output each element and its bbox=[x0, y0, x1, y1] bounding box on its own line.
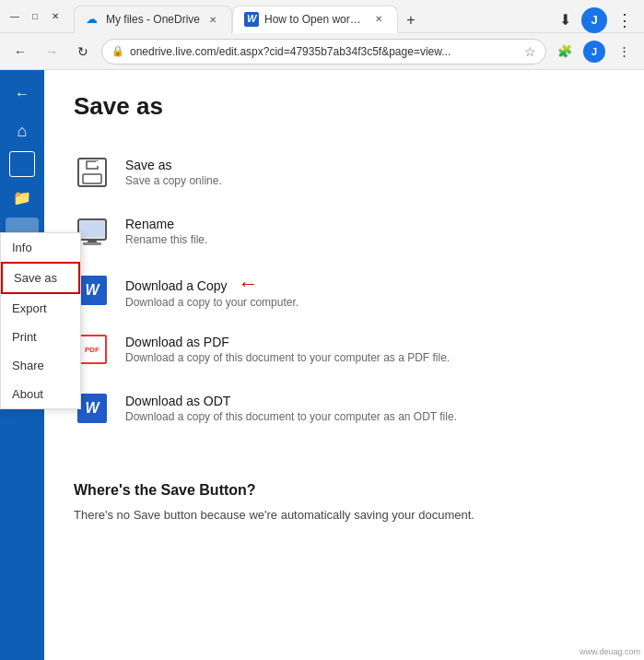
extensions-icon[interactable]: 🧩 bbox=[552, 39, 578, 65]
info-text: There's no Save button because we're aut… bbox=[74, 506, 615, 524]
option-save-as-text: Save as Save a copy online. bbox=[125, 158, 222, 187]
url-text: onedrive.live.com/edit.aspx?cid=47935b7a… bbox=[130, 45, 519, 58]
option-save-as-copy[interactable]: Save as Save a copy online. bbox=[74, 143, 615, 202]
forward-button[interactable]: → bbox=[39, 39, 64, 65]
back-button[interactable]: ← bbox=[7, 39, 33, 65]
sidebar-folder-button[interactable]: 📁 bbox=[6, 181, 39, 214]
main-content: Save as Save as Save a copy online. bbox=[44, 70, 644, 660]
option-pdf-desc: Download a copy of this document to your… bbox=[125, 351, 450, 364]
option-rename-text: Rename Rename this file. bbox=[125, 217, 207, 246]
menu-item-save-as[interactable]: Save as bbox=[1, 262, 80, 294]
menu-item-share[interactable]: Share bbox=[1, 351, 80, 380]
info-section: Where's the Save Button? There's no Save… bbox=[74, 467, 615, 524]
tab-word[interactable]: W How to Open word without... ✕ bbox=[232, 6, 398, 33]
svg-rect-3 bbox=[96, 161, 100, 166]
option-download-pdf[interactable]: PDF Download as PDF Download a copy of t… bbox=[74, 320, 615, 379]
minimize-button[interactable]: — bbox=[7, 9, 22, 24]
option-odt-title: Download as ODT bbox=[125, 394, 457, 408]
svg-rect-7 bbox=[83, 242, 101, 245]
menu-icon[interactable]: ⋮ bbox=[611, 7, 637, 33]
option-rename-desc: Rename this file. bbox=[125, 233, 207, 246]
option-save-as-title: Save as bbox=[125, 158, 222, 172]
reload-button[interactable]: ↻ bbox=[70, 39, 96, 65]
option-pdf-text: Download as PDF Download a copy of this … bbox=[125, 335, 450, 364]
window-controls: — □ ✕ bbox=[7, 9, 63, 24]
option-download-copy[interactable]: W Download a Copy ← Download a copy to y… bbox=[74, 261, 615, 320]
option-odt-text: Download as ODT Download a copy of this … bbox=[125, 394, 457, 423]
svg-rect-5 bbox=[80, 221, 104, 237]
maximize-button[interactable]: □ bbox=[28, 9, 42, 24]
option-rename[interactable]: Rename Rename this file. bbox=[74, 202, 615, 261]
tab-onedrive-close[interactable]: ✕ bbox=[205, 12, 220, 27]
browser-titlebar: — □ ✕ ☁ My files - OneDrive ✕ W How to O… bbox=[0, 0, 644, 33]
sidebar-new-button[interactable] bbox=[9, 151, 35, 177]
menu-item-export[interactable]: Export bbox=[1, 294, 80, 323]
pdf-icon-box: PDF bbox=[77, 335, 107, 364]
tab-onedrive[interactable]: ☁ My files - OneDrive ✕ bbox=[74, 6, 232, 33]
onedrive-tab-icon: ☁ bbox=[86, 12, 100, 27]
option-download-odt[interactable]: W Download as ODT Download a copy of thi… bbox=[74, 379, 615, 438]
tab-word-close[interactable]: ✕ bbox=[371, 12, 386, 27]
bookmark-icon[interactable]: ☆ bbox=[524, 44, 536, 59]
options-list: Save as Save a copy online. Rename Ren bbox=[74, 143, 615, 438]
new-tab-button[interactable]: + bbox=[398, 7, 424, 33]
red-arrow: ← bbox=[238, 272, 258, 296]
menu-item-info[interactable]: Info bbox=[1, 233, 80, 262]
option-rename-title: Rename bbox=[125, 217, 207, 231]
app-container: ← ⌂ 📁 ••• Info Save as Export Print Shar… bbox=[0, 70, 644, 660]
address-bar: ← → ↻ 🔒 onedrive.live.com/edit.aspx?cid=… bbox=[0, 33, 644, 70]
word-tab-icon: W bbox=[244, 12, 259, 27]
tab-word-title: How to Open word without... bbox=[264, 13, 366, 26]
download-icon[interactable]: ⬇ bbox=[552, 7, 578, 33]
option-download-title: Download a Copy bbox=[125, 278, 230, 293]
url-bar[interactable]: 🔒 onedrive.live.com/edit.aspx?cid=47935b… bbox=[101, 39, 546, 65]
save-as-icon bbox=[74, 154, 111, 191]
lock-icon: 🔒 bbox=[111, 45, 124, 57]
sidebar-home-button[interactable]: ⌂ bbox=[6, 114, 39, 147]
tab-onedrive-title: My files - OneDrive bbox=[106, 13, 200, 26]
info-title: Where's the Save Button? bbox=[74, 482, 615, 499]
svg-rect-1 bbox=[83, 174, 101, 183]
page-title: Save as bbox=[74, 92, 615, 121]
profile-avatar[interactable]: J bbox=[581, 7, 607, 33]
option-download-desc: Download a copy to your computer. bbox=[125, 296, 299, 309]
word-icon-odt: W bbox=[77, 394, 107, 423]
word-icon: W bbox=[77, 276, 107, 305]
option-pdf-title: Download as PDF bbox=[125, 335, 450, 349]
menu-item-print[interactable]: Print bbox=[1, 323, 80, 351]
option-download-text: Download a Copy ← Download a copy to you… bbox=[125, 272, 299, 309]
dropdown-menu: Info Save as Export Print Share About bbox=[0, 232, 81, 409]
menu-item-about[interactable]: About bbox=[1, 380, 80, 408]
option-save-as-desc: Save a copy online. bbox=[125, 174, 222, 187]
sidebar-back-button[interactable]: ← bbox=[6, 77, 39, 111]
tab-bar: ☁ My files - OneDrive ✕ W How to Open wo… bbox=[74, 0, 637, 33]
user-profile-icon[interactable]: J bbox=[583, 41, 605, 63]
settings-icon[interactable]: ⋮ bbox=[611, 39, 637, 65]
watermark: www.deuag.com bbox=[580, 647, 640, 656]
option-odt-desc: Download a copy of this document to your… bbox=[125, 410, 457, 423]
close-button[interactable]: ✕ bbox=[48, 9, 63, 24]
